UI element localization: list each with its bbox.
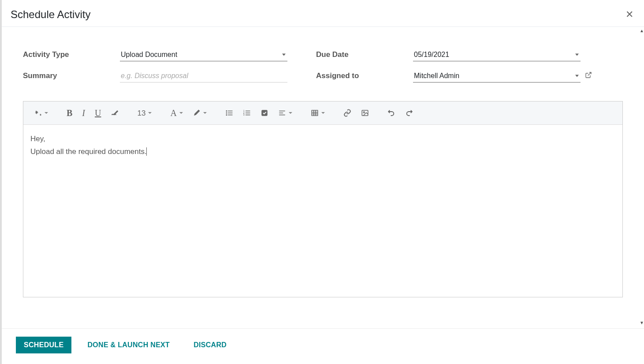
underline-icon[interactable]: U [90,106,105,120]
done-launch-next-button[interactable]: DONE & LAUNCH NEXT [79,337,178,353]
assigned-to-select[interactable] [413,69,581,83]
svg-point-2 [226,113,227,114]
due-date-field[interactable] [413,48,581,61]
svg-point-23 [363,112,365,113]
svg-rect-6 [228,115,233,116]
activity-type-input[interactable] [120,50,287,60]
link-icon[interactable] [339,106,356,120]
activity-type-label: Activity Type [23,50,120,59]
svg-rect-4 [228,111,233,112]
svg-rect-15 [279,113,283,113]
schedule-button[interactable]: SCHEDULE [16,337,71,353]
undo-icon[interactable] [383,106,400,120]
svg-rect-14 [279,111,285,112]
font-color-icon[interactable]: A [166,106,187,120]
scroll-down-icon[interactable]: ▼ [640,320,644,325]
modal-body: Activity Type Due Date Summary Assigned … [2,27,644,328]
modal-title: Schedule Activity [11,8,90,21]
align-icon[interactable] [274,106,297,120]
checkbox-icon[interactable] [256,106,273,120]
unordered-list-icon[interactable] [221,106,238,120]
svg-rect-17 [312,110,318,116]
svg-rect-5 [228,113,233,113]
due-date-input[interactable] [413,50,581,60]
font-size-select[interactable]: 13 [133,107,156,120]
svg-rect-13 [261,110,268,116]
summary-field[interactable] [120,69,287,83]
svg-rect-10 [246,111,250,112]
editor-line-2: Upload all the required documents. [30,146,615,158]
due-date-label: Due Date [316,50,413,59]
image-icon[interactable] [357,106,373,120]
editor-toolbar: B I U 13 A [23,101,622,125]
svg-point-3 [226,114,227,116]
bold-icon[interactable]: B [62,106,77,120]
rich-text-editor: B I U 13 A [23,101,623,297]
svg-rect-11 [246,113,250,113]
ordered-list-icon[interactable]: 123 [238,106,255,120]
font-size-value: 13 [137,109,145,117]
assigned-to-label: Assigned to [316,71,413,80]
form-grid: Activity Type Due Date Summary Assigned … [23,48,623,83]
highlight-icon[interactable] [188,106,211,120]
editor-content[interactable]: Hey, Upload all the required documents. [23,125,622,297]
chevron-down-icon [575,53,579,56]
schedule-activity-modal: Schedule Activity ✕ ▲ Activity Type Due … [0,0,644,364]
chevron-down-icon [282,53,286,56]
discard-button[interactable]: DISCARD [186,337,235,353]
activity-type-select[interactable] [120,48,287,61]
redo-icon[interactable] [401,106,417,120]
modal-header: Schedule Activity ✕ [2,0,644,27]
summary-input[interactable] [120,71,287,81]
clear-format-icon[interactable] [106,106,123,120]
svg-rect-12 [246,115,250,116]
magic-wand-icon[interactable] [30,106,52,120]
italic-icon[interactable]: I [78,106,89,120]
svg-text:3: 3 [243,113,245,116]
modal-footer: SCHEDULE DONE & LAUNCH NEXT DISCARD [2,328,644,364]
svg-point-1 [226,110,227,112]
close-icon[interactable]: ✕ [624,8,635,21]
external-link-icon[interactable] [585,71,598,80]
editor-line-1: Hey, [30,133,615,146]
svg-line-0 [588,72,591,75]
summary-label: Summary [23,71,120,80]
assigned-to-input[interactable] [413,71,581,81]
table-icon[interactable] [306,106,329,120]
chevron-down-icon [575,75,579,77]
svg-rect-16 [279,115,285,116]
